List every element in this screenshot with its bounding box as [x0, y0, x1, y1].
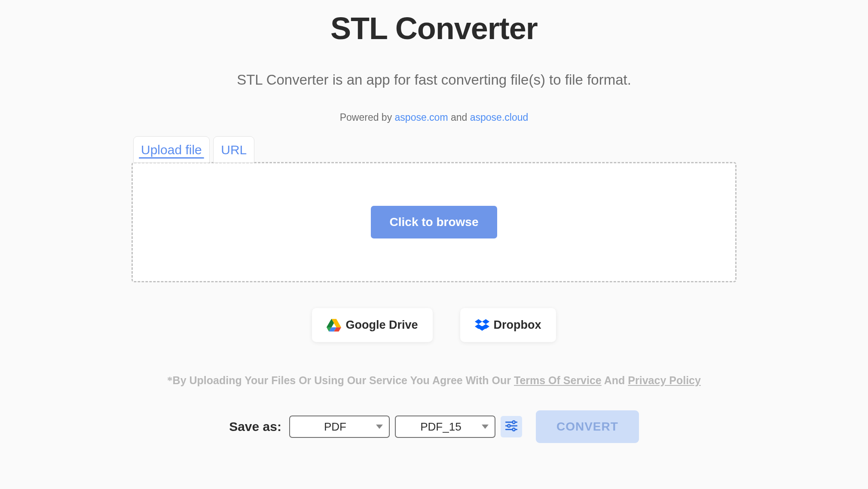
disclaimer-asterisk: * — [167, 375, 173, 386]
tab-upload-file[interactable]: Upload file — [133, 136, 210, 163]
tab-url[interactable]: URL — [213, 136, 254, 163]
chevron-down-icon — [376, 425, 383, 429]
upload-tabs: Upload file URL — [129, 136, 739, 163]
aspose-cloud-link[interactable]: aspose.cloud — [470, 112, 529, 123]
subformat-select[interactable]: PDF_15 — [395, 416, 495, 438]
subformat-select-value: PDF_15 — [420, 420, 461, 434]
chevron-down-icon — [482, 425, 489, 429]
svg-point-1 — [512, 421, 515, 423]
format-select-value: PDF — [324, 420, 346, 434]
google-drive-button[interactable]: Google Drive — [312, 308, 432, 342]
powered-by-text: Powered by aspose.com and aspose.cloud — [129, 112, 739, 123]
file-dropzone[interactable]: Click to browse — [131, 162, 737, 282]
powered-prefix: Powered by — [340, 112, 395, 123]
svg-point-5 — [512, 428, 515, 431]
page-subtitle: STL Converter is an app for fast convert… — [129, 72, 739, 88]
dropbox-label: Dropbox — [494, 318, 541, 332]
page-title: STL Converter — [129, 11, 739, 46]
sliders-icon — [504, 419, 519, 435]
dropbox-icon — [475, 319, 489, 332]
disclaimer-text: *By Uploading Your Files Or Using Our Se… — [129, 374, 739, 387]
browse-button[interactable]: Click to browse — [371, 206, 498, 238]
google-drive-icon — [327, 319, 341, 332]
disclaimer-middle: And — [602, 374, 628, 386]
settings-button[interactable] — [501, 416, 522, 437]
svg-point-3 — [507, 425, 510, 427]
aspose-com-link[interactable]: aspose.com — [395, 112, 448, 123]
convert-button[interactable]: CONVERT — [536, 410, 639, 443]
google-drive-label: Google Drive — [345, 318, 418, 332]
disclaimer-before: By Uploading Your Files Or Using Our Ser… — [173, 374, 514, 386]
terms-of-service-link[interactable]: Terms Of Service — [514, 374, 602, 386]
dropbox-button[interactable]: Dropbox — [460, 308, 556, 342]
save-as-label: Save as: — [229, 419, 281, 434]
format-select[interactable]: PDF — [289, 416, 390, 438]
privacy-policy-link[interactable]: Privacy Policy — [628, 374, 701, 386]
powered-middle: and — [448, 112, 470, 123]
